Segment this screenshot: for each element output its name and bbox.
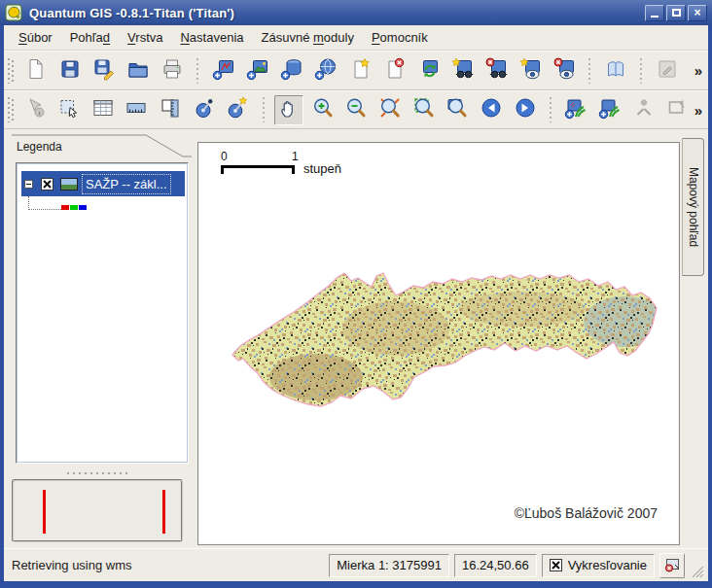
render-checkbox[interactable] — [550, 559, 562, 571]
identify-features-icon — [23, 96, 47, 123]
zoom-out-button[interactable] — [341, 95, 372, 125]
add-grass-raster-layer-button[interactable] — [595, 95, 625, 125]
save-project-icon — [58, 57, 82, 85]
legend-panel: Legenda SAŽP -- zákl... — [4, 129, 192, 548]
collapse-expander-icon[interactable] — [24, 180, 33, 189]
minimize-button[interactable] — [645, 5, 664, 21]
menu-item-z-suvn-moduly[interactable]: Zásuvné moduly — [253, 27, 363, 48]
save-project-as-button[interactable] — [89, 55, 119, 86]
new-bookmark-button[interactable] — [223, 95, 253, 125]
grass-tools-icon — [632, 96, 656, 123]
toolbar-drag-handle[interactable] — [8, 58, 15, 84]
scale-bar-start-label: 0 — [221, 150, 228, 163]
help-contents-button[interactable] — [600, 55, 630, 86]
print-button[interactable] — [157, 55, 187, 86]
add-postgis-layer-button[interactable] — [276, 55, 306, 86]
refresh-layers-button[interactable] — [412, 55, 443, 86]
title-bar: Quantum GIS -0.8.1-Titan ('Titan') × — [0, 0, 712, 25]
add-raster-layer-button[interactable] — [242, 55, 272, 86]
add-raster-layer-icon — [246, 57, 269, 85]
show-all-layers-icon — [518, 57, 542, 85]
toolbar-separator — [640, 58, 642, 84]
show-bookmarks-button[interactable] — [189, 95, 219, 125]
toolbar-drag-handle[interactable] — [8, 97, 15, 122]
remove-layer-button[interactable] — [378, 55, 409, 86]
tab-map-view-label: Mapový pohľad — [687, 167, 700, 247]
zoom-to-selection-icon — [412, 96, 436, 123]
close-button[interactable]: × — [688, 5, 707, 21]
new-project-button[interactable] — [20, 55, 51, 86]
legend-tree[interactable]: SAŽP -- zákl... — [16, 162, 189, 464]
tree-branch-line — [28, 209, 61, 210]
zoom-to-layer-button[interactable] — [443, 95, 473, 125]
refresh-layers-icon — [416, 57, 440, 85]
overview-map[interactable] — [12, 479, 183, 542]
maximize-button[interactable] — [666, 5, 686, 21]
open-attribute-table-button[interactable] — [88, 95, 118, 125]
application-window: Quantum GIS -0.8.1-Titan ('Titan') × Súb… — [0, 0, 712, 588]
measure-area-button[interactable] — [156, 95, 186, 125]
status-message: Retrieving using wms — [12, 558, 324, 572]
new-vector-layer-button[interactable] — [344, 55, 374, 86]
layer-name[interactable]: SAŽP -- zákl... — [84, 176, 169, 192]
scale-bar-bracket — [221, 165, 295, 174]
legend-title: Legenda — [17, 140, 62, 154]
toggle-editing-button — [652, 55, 682, 86]
remove-all-from-overview-button[interactable] — [481, 55, 511, 86]
toggle-editing-icon — [656, 57, 679, 85]
hide-all-layers-button[interactable] — [549, 55, 579, 86]
pan-map-button[interactable] — [274, 95, 304, 125]
save-project-button[interactable] — [54, 55, 85, 86]
menu-item-nastavenia[interactable]: Nastavenia — [171, 27, 252, 48]
legend-layer-row[interactable]: SAŽP -- zákl... — [21, 171, 185, 196]
zoom-next-button[interactable] — [510, 95, 540, 125]
menu-item-vrstva[interactable]: Vrstva — [119, 27, 171, 48]
stop-rendering-button[interactable] — [659, 553, 685, 578]
zoom-to-selection-button[interactable] — [409, 95, 439, 125]
new-vector-layer-icon — [348, 57, 372, 85]
zoom-last-button[interactable] — [477, 95, 507, 125]
measure-line-button[interactable] — [122, 95, 152, 125]
menu-item-s-bor[interactable]: Súbor — [10, 27, 61, 48]
scale-bar-end-label: 1 — [292, 150, 299, 163]
check-x-icon — [551, 560, 561, 571]
tree-branch-line — [28, 196, 29, 210]
minimize-icon — [651, 16, 659, 17]
grass-region-button — [662, 95, 693, 125]
menu-item-pomocn-k[interactable]: Pomocník — [363, 27, 437, 48]
add-wms-layer-icon — [314, 57, 338, 85]
stop-rendering-icon — [663, 557, 681, 574]
scale-input[interactable]: Mierka 1: 3175991 — [329, 554, 449, 577]
layer-visibility-checkbox[interactable] — [41, 178, 53, 190]
open-project-button[interactable] — [123, 55, 153, 86]
overview-extent-right-line — [162, 490, 165, 534]
show-all-layers-button[interactable] — [515, 55, 545, 86]
zoom-in-button[interactable] — [307, 95, 338, 125]
render-toggle: Vykresľovanie — [542, 554, 655, 577]
toolbar-overflow-chevron[interactable]: » — [694, 102, 702, 119]
panel-splitter-handle[interactable] — [67, 471, 127, 475]
toolbar-separator — [263, 97, 265, 122]
zoom-full-extent-button[interactable] — [375, 95, 406, 125]
map-canvas[interactable]: 0 1 stupeň — [197, 142, 680, 545]
window-title: Quantum GIS -0.8.1-Titan ('Titan') — [29, 6, 643, 20]
zoom-last-icon — [480, 96, 503, 123]
toolbar-overflow-chevron[interactable]: » — [694, 62, 702, 79]
raster-layer-icon — [60, 178, 78, 190]
check-x-icon — [42, 179, 53, 190]
add-wms-layer-button[interactable] — [310, 55, 340, 86]
save-project-as-icon — [92, 57, 116, 85]
select-features-button[interactable] — [54, 95, 85, 125]
zoom-to-layer-icon — [445, 96, 469, 123]
qgis-logo-icon — [5, 4, 22, 21]
add-vector-layer-button[interactable] — [208, 55, 238, 86]
remove-all-from-overview-icon — [484, 57, 508, 85]
coordinates-display: 16.24,50.66 — [454, 554, 537, 577]
close-icon: × — [694, 6, 700, 19]
menu-item-poh-ad[interactable]: Pohľad — [61, 27, 119, 48]
add-all-to-overview-button[interactable] — [446, 55, 477, 86]
resize-grip[interactable] — [690, 564, 704, 578]
add-grass-vector-layer-button[interactable] — [561, 95, 591, 125]
tab-map-view[interactable]: Mapový pohľad — [682, 138, 704, 276]
menu-bar: SúborPohľadVrstvaNastaveniaZásuvné modul… — [4, 25, 708, 51]
